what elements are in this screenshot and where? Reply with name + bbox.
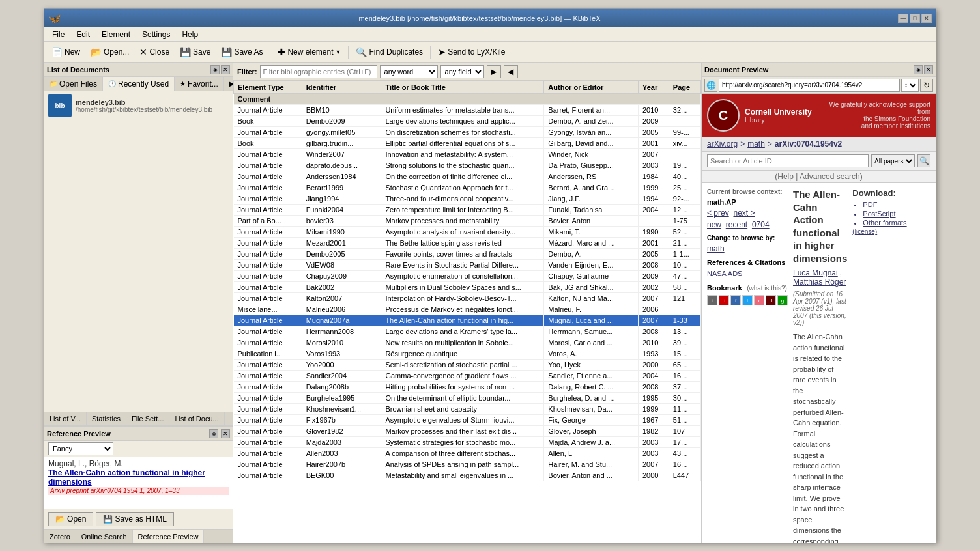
bm-icon-6[interactable]: d bbox=[766, 295, 776, 305]
table-row[interactable]: Journal Article Morosi2010 New results o… bbox=[234, 337, 701, 348]
save-button[interactable]: 💾 Save bbox=[175, 44, 215, 61]
close-button[interactable]: ✕ bbox=[921, 14, 932, 23]
bm-icon-3[interactable]: f bbox=[730, 295, 741, 305]
tab-list-of-v[interactable]: List of V... bbox=[44, 412, 87, 425]
table-row[interactable]: Journal Article Glover1982 Markov proces… bbox=[234, 426, 701, 437]
browser-globe-button[interactable]: 🌐 bbox=[704, 79, 717, 92]
link-0704[interactable]: 0704 bbox=[752, 220, 770, 229]
table-row[interactable]: Comment bbox=[234, 94, 701, 105]
table-row[interactable]: Publication i... Voros1993 Résurgence qu… bbox=[234, 348, 701, 360]
ref-format-select[interactable]: Fancy BibTeX RIS XML bbox=[48, 442, 113, 455]
arxiv-search-input[interactable] bbox=[707, 154, 869, 167]
table-row[interactable]: Journal Article Khoshnevisan1... Brownia… bbox=[234, 404, 701, 415]
minimize-button[interactable]: — bbox=[898, 14, 908, 23]
close-doc-button[interactable]: ✕ Close bbox=[135, 44, 174, 61]
save-as-button[interactable]: 💾 Save As bbox=[216, 44, 267, 61]
browser-zoom-select[interactable]: ↕ bbox=[901, 79, 919, 92]
bm-icon-1[interactable]: i bbox=[707, 295, 717, 305]
table-row[interactable]: Journal Article Herrmann2008 Large devia… bbox=[234, 326, 701, 337]
table-row[interactable]: Miscellane... Malrieu2006 Processus de M… bbox=[234, 304, 701, 315]
filter-word-select[interactable]: any word every word exact phrase bbox=[380, 65, 438, 78]
menu-file[interactable]: File bbox=[47, 29, 70, 40]
download-pdf[interactable]: PDF bbox=[863, 201, 930, 208]
change-math-link[interactable]: math bbox=[707, 244, 725, 253]
col-title[interactable]: Title or Book Title bbox=[381, 81, 544, 94]
new-button[interactable]: 📄 New bbox=[47, 44, 85, 61]
doc-preview-pin[interactable]: ◈ bbox=[914, 65, 923, 74]
table-wrapper[interactable]: Element Type Identifier Title or Book Ti… bbox=[233, 81, 701, 543]
table-row[interactable]: Journal Article Anderssen1984 On the cor… bbox=[234, 171, 701, 182]
author-1[interactable]: Luca Mugnai bbox=[793, 268, 838, 277]
table-row[interactable]: Journal Article Kalton2007 Interpolation… bbox=[234, 293, 701, 304]
left-panel-pin[interactable]: ◈ bbox=[210, 65, 220, 74]
tab-recently-used[interactable]: 🕐 Recently Used bbox=[103, 77, 175, 91]
table-row[interactable]: Journal Article daprato.debus... Strong … bbox=[234, 160, 701, 171]
col-author[interactable]: Author or Editor bbox=[544, 81, 639, 94]
tab-zotero[interactable]: Zotero bbox=[44, 530, 76, 543]
table-row[interactable]: Journal Article Funaki2004 Zero temperat… bbox=[234, 205, 701, 216]
link-new[interactable]: new bbox=[707, 220, 721, 229]
menu-settings[interactable]: Settings bbox=[137, 29, 175, 40]
bm-icon-2[interactable]: d bbox=[719, 295, 729, 305]
browser-refresh-button[interactable]: ↻ bbox=[920, 79, 933, 92]
col-pages[interactable]: Page bbox=[669, 81, 700, 94]
table-row[interactable]: Journal Article Bak2002 Multipliers in D… bbox=[234, 282, 701, 293]
table-row[interactable]: Journal Article Majda2003 Systematic str… bbox=[234, 437, 701, 448]
table-row[interactable]: Journal Article Berard1999 Stochastic Qu… bbox=[234, 182, 701, 193]
menu-element[interactable]: Element bbox=[96, 29, 136, 40]
open-button[interactable]: 📂 Open... bbox=[86, 44, 134, 61]
table-row[interactable]: Part of a Bo... bovier03 Markov processe… bbox=[234, 216, 701, 227]
browser-url-input[interactable] bbox=[719, 79, 900, 92]
table-row[interactable]: Book gilbarg.trudin... Elliptic partial … bbox=[234, 138, 701, 149]
table-row[interactable]: Journal Article Hairer2007b Analysis of … bbox=[234, 459, 701, 470]
table-row[interactable]: Journal Article Fix1967b Asymptotic eige… bbox=[234, 415, 701, 426]
table-row[interactable]: Journal Article Chapuy2009 Asymptotic en… bbox=[234, 271, 701, 282]
license-link[interactable]: (license) bbox=[852, 228, 930, 235]
table-row[interactable]: Book Dembo2009 Large deviations techniqu… bbox=[234, 116, 701, 127]
bm-icon-4[interactable]: t bbox=[742, 295, 753, 305]
table-row[interactable]: Journal Article Yoo2000 Semi-discretizat… bbox=[234, 360, 701, 371]
table-row[interactable]: Journal Article Mikami1990 Asymptotic an… bbox=[234, 227, 701, 238]
find-duplicates-button[interactable]: 🔍 Find Duplicates bbox=[351, 44, 427, 61]
new-element-button[interactable]: ✚ New element ▼ bbox=[273, 44, 345, 61]
ref-open-button[interactable]: 📂 Open bbox=[48, 512, 93, 526]
author-2[interactable]: Matthias Röger bbox=[793, 277, 846, 287]
bm-icon-7[interactable]: g bbox=[777, 295, 788, 305]
file-entry[interactable]: bib mendeley3.bib /home/fish/git/kbibtex… bbox=[44, 91, 233, 120]
left-panel-close[interactable]: ✕ bbox=[221, 65, 230, 74]
download-postscript[interactable]: PostScript bbox=[863, 210, 930, 218]
tab-statistics[interactable]: Statistics bbox=[87, 412, 126, 425]
download-other[interactable]: Other formats bbox=[863, 219, 930, 227]
table-row[interactable]: Journal Article Jiang1994 Three-and four… bbox=[234, 193, 701, 205]
nav-next[interactable]: next > bbox=[733, 208, 755, 218]
table-row[interactable]: Journal Article Mezard2001 The Bethe lat… bbox=[234, 238, 701, 249]
col-identifier[interactable]: Identifier bbox=[302, 81, 381, 94]
breadcrumb-arxiv[interactable]: arXiv.org bbox=[707, 139, 738, 148]
breadcrumb-math[interactable]: math bbox=[747, 139, 765, 148]
table-row[interactable]: Journal Article Mugnai2007a The Allen-Ca… bbox=[234, 315, 701, 326]
maximize-button[interactable]: □ bbox=[910, 14, 920, 23]
table-row[interactable]: Journal Article gyongy.millet05 On discr… bbox=[234, 127, 701, 138]
nav-prev[interactable]: < prev bbox=[707, 208, 729, 218]
table-row[interactable]: Journal Article BBM10 Uniform estimates … bbox=[234, 105, 701, 116]
table-row[interactable]: Journal Article BEGK00 Metastability and… bbox=[234, 470, 701, 481]
menu-help[interactable]: Help bbox=[177, 29, 203, 40]
ref-save-button[interactable]: 💾 Save as HTML bbox=[96, 512, 173, 526]
table-row[interactable]: Journal Article Dalang2008b Hitting prob… bbox=[234, 382, 701, 393]
arxiv-search-scope[interactable]: All papers bbox=[871, 154, 915, 167]
table-row[interactable]: Journal Article Burghelea1995 On the det… bbox=[234, 393, 701, 404]
tab-file-settings[interactable]: File Sett... bbox=[126, 412, 170, 425]
table-row[interactable]: Journal Article Sandier2004 Gamma-conver… bbox=[234, 371, 701, 382]
tab-favorites[interactable]: ★ Favorit... bbox=[175, 77, 224, 91]
filter-input[interactable] bbox=[260, 65, 377, 78]
ref-preview-close[interactable]: ✕ bbox=[221, 429, 230, 438]
filter-go-button[interactable]: ▶ bbox=[487, 65, 501, 78]
col-element-type[interactable]: Element Type bbox=[234, 81, 302, 94]
table-row[interactable]: Journal Article Dembo2005 Favorite point… bbox=[234, 249, 701, 260]
col-year[interactable]: Year bbox=[639, 81, 669, 94]
send-button[interactable]: ➤ Send to LyX/Kile bbox=[433, 44, 510, 61]
ref-preview-pin[interactable]: ◈ bbox=[209, 429, 218, 438]
tab-reference-preview[interactable]: Reference Preview bbox=[133, 530, 205, 543]
table-row[interactable]: Journal Article VdEW08 Rare Events in St… bbox=[234, 260, 701, 271]
table-row[interactable]: Journal Article Allen2003 A comparison o… bbox=[234, 448, 701, 459]
